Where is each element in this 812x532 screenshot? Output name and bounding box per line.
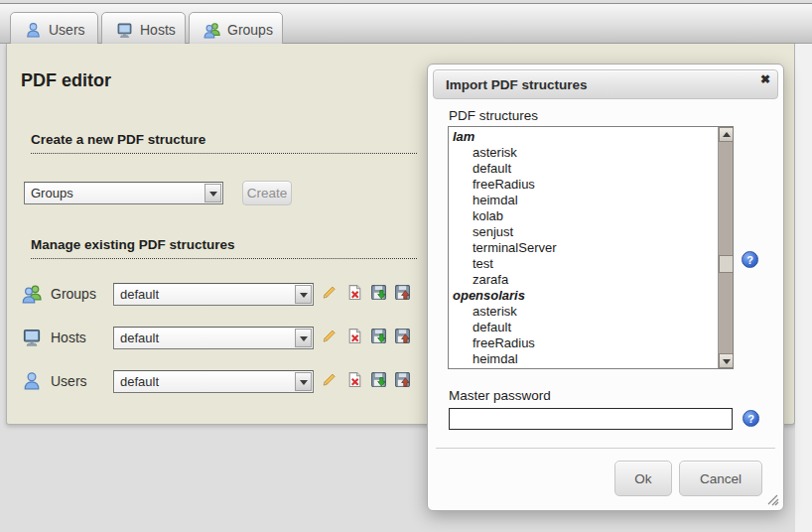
cancel-button[interactable]: Cancel: [679, 461, 762, 496]
pdf-structures-label: PDF structures: [449, 108, 538, 123]
delete-structure-button[interactable]: [345, 371, 363, 391]
list-group-header: opensolaris: [449, 288, 717, 304]
dialog-title: Import PDF structures: [434, 77, 588, 92]
list-item[interactable]: kolab: [449, 367, 717, 369]
users-structure-select-value: default: [120, 374, 159, 389]
help-icon[interactable]: ?: [743, 410, 759, 427]
dialog-divider: [436, 448, 775, 449]
close-icon[interactable]: ✖: [756, 70, 774, 88]
tab-groups[interactable]: Groups: [189, 12, 283, 48]
list-item[interactable]: freeRadius: [449, 335, 717, 351]
resize-handle-icon[interactable]: [766, 493, 779, 506]
export-structure-button[interactable]: [369, 284, 387, 304]
group-icon: [22, 284, 42, 304]
disk-export-icon: [370, 328, 387, 344]
delete-icon: [346, 284, 363, 301]
structure-type-select-value: Groups: [31, 186, 73, 200]
disk-import-icon: [394, 284, 411, 301]
pencil-icon: [321, 371, 338, 388]
export-structure-button[interactable]: [369, 328, 387, 347]
tab-users-label: Users: [49, 22, 85, 38]
list-item[interactable]: kolab: [449, 208, 717, 224]
import-structure-button[interactable]: [393, 328, 411, 347]
group-icon: [203, 22, 220, 39]
user-icon: [22, 371, 42, 391]
user-icon: [25, 22, 42, 39]
groups-structure-select[interactable]: default: [113, 283, 314, 306]
export-structure-button[interactable]: [369, 371, 387, 391]
disk-export-icon: [370, 371, 387, 388]
delete-icon: [346, 328, 363, 344]
list-item[interactable]: default: [449, 161, 717, 177]
ok-button[interactable]: Ok: [614, 461, 672, 496]
delete-structure-button[interactable]: [345, 328, 363, 347]
edit-structure-button[interactable]: [320, 371, 338, 391]
row-label-hosts: Hosts: [51, 327, 86, 349]
tab-hosts[interactable]: Hosts: [101, 12, 186, 48]
tab-hosts-label: Hosts: [140, 22, 176, 38]
chevron-down-icon[interactable]: [295, 285, 312, 304]
listbox-scrollbar[interactable]: [718, 127, 733, 368]
host-icon: [22, 328, 42, 347]
pencil-icon: [321, 284, 338, 301]
chevron-down-icon[interactable]: [295, 372, 312, 391]
manage-section-heading: Manage existing PDF structures: [31, 237, 417, 259]
pencil-icon: [321, 328, 338, 344]
master-password-label: Master password: [449, 388, 551, 403]
scroll-down-icon[interactable]: [719, 353, 734, 368]
delete-icon: [346, 371, 363, 388]
users-structure-select[interactable]: default: [113, 370, 314, 393]
hosts-structure-select-value: default: [120, 331, 159, 345]
right-margin-strip: [795, 44, 812, 532]
page-title: PDF editor: [21, 70, 111, 91]
edit-structure-button[interactable]: [320, 328, 338, 347]
listbox-items: lam asterisk default freeRadius heimdal …: [449, 129, 717, 369]
list-group-header: lam: [449, 129, 717, 145]
chevron-down-icon[interactable]: [204, 184, 221, 202]
list-item[interactable]: zarafa: [449, 272, 717, 288]
structure-type-select[interactable]: Groups: [24, 182, 223, 204]
list-item[interactable]: heimdal: [449, 193, 717, 208]
host-icon: [116, 22, 133, 39]
list-item[interactable]: senjust: [449, 224, 717, 240]
disk-import-icon: [394, 371, 411, 388]
row-label-users: Users: [51, 370, 87, 393]
groups-structure-select-value: default: [120, 287, 159, 302]
list-item[interactable]: asterisk: [449, 145, 717, 161]
help-icon[interactable]: ?: [742, 251, 758, 268]
list-item[interactable]: freeRadius: [449, 177, 717, 193]
tab-bar: Users Hosts Groups: [0, 5, 812, 44]
import-pdf-structures-dialog: Import PDF structures ✖ PDF structures l…: [427, 64, 784, 511]
disk-export-icon: [370, 284, 387, 301]
import-structure-button[interactable]: [393, 284, 411, 304]
row-label-groups: Groups: [51, 283, 96, 306]
list-item[interactable]: default: [449, 320, 717, 335]
disk-import-icon: [394, 328, 411, 344]
delete-structure-button[interactable]: [345, 284, 363, 304]
edit-structure-button[interactable]: [320, 284, 338, 304]
tab-groups-label: Groups: [227, 22, 273, 38]
list-item[interactable]: asterisk: [449, 304, 717, 320]
chevron-down-icon[interactable]: [295, 329, 312, 347]
list-item[interactable]: terminalServer: [449, 240, 717, 256]
import-structure-button[interactable]: [393, 371, 411, 391]
scrollbar-thumb[interactable]: [719, 255, 734, 273]
master-password-input[interactable]: [449, 408, 733, 430]
scroll-up-icon[interactable]: [719, 127, 734, 142]
dialog-titlebar[interactable]: Import PDF structures: [433, 69, 778, 99]
tab-users[interactable]: Users: [10, 12, 98, 48]
hosts-structure-select[interactable]: default: [113, 327, 314, 349]
pdf-structures-listbox[interactable]: lam asterisk default freeRadius heimdal …: [448, 126, 734, 369]
screen: Users Hosts Groups PDF editor Create a n…: [0, 0, 812, 532]
list-item[interactable]: heimdal: [449, 351, 717, 367]
list-item[interactable]: test: [449, 256, 717, 272]
create-button[interactable]: Create: [242, 181, 292, 205]
create-section-heading: Create a new PDF structure: [31, 132, 417, 154]
